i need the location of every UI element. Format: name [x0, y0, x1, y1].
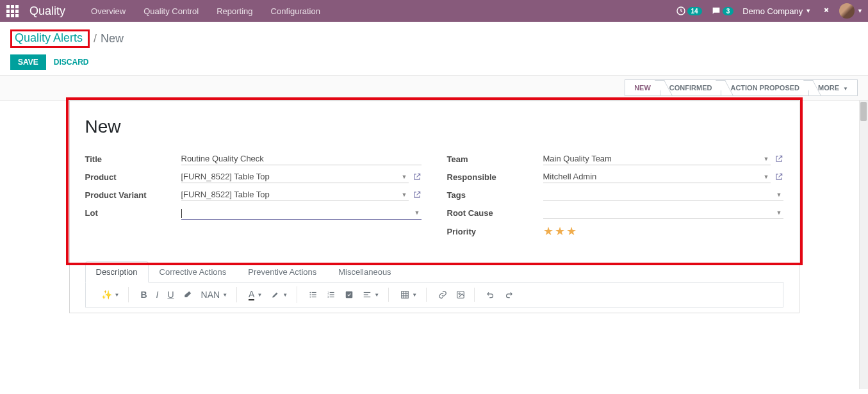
field-root-cause[interactable]: ▼ [543, 206, 783, 219]
chevron-down-icon[interactable]: ▼ [764, 174, 769, 180]
svg-rect-6 [312, 297, 316, 297]
form-header: Quality Alerts / New SAVE DISCARD [0, 22, 868, 76]
svg-rect-15 [364, 294, 368, 295]
apps-icon[interactable] [5, 4, 19, 18]
underline-icon[interactable]: U [163, 287, 177, 302]
editor-toolbar: ✨▼ B I U NAN▼ A▼ ▼ 123 ▼ [85, 283, 783, 308]
highlight-icon[interactable]: ▼ [267, 288, 291, 302]
scrollbar-thumb[interactable] [860, 102, 867, 121]
form-col-left: Title Routine Quality Check Product [FUR… [85, 152, 422, 243]
tab-misc[interactable]: Miscellaneous [327, 261, 402, 282]
external-link-icon[interactable] [774, 154, 783, 163]
chevron-down-icon: ▼ [843, 86, 848, 92]
breadcrumb: Quality Alerts / New [10, 29, 858, 48]
label-responsible: Responsible [447, 172, 543, 182]
italic-icon[interactable]: I [152, 287, 163, 302]
chevron-down-icon[interactable]: ▼ [414, 209, 420, 216]
undo-icon[interactable] [482, 288, 499, 302]
tab-preventive[interactable]: Preventive Actions [237, 261, 327, 282]
row-root-cause: Root Cause ▼ [447, 206, 783, 219]
align-icon[interactable]: ▼ [359, 288, 383, 302]
svg-rect-8 [330, 294, 334, 295]
company-switcher[interactable]: Demo Company ▼ [742, 6, 811, 16]
activity-indicator[interactable]: 14 [676, 6, 702, 16]
status-new[interactable]: NEW [625, 79, 660, 96]
nav-configuration[interactable]: Configuration [263, 3, 328, 20]
status-action-proposed[interactable]: ACTION PROPOSED [721, 79, 809, 96]
save-button[interactable]: SAVE [10, 54, 46, 70]
external-link-icon[interactable] [774, 172, 783, 181]
svg-point-1 [310, 292, 311, 293]
field-tags[interactable]: ▼ [543, 188, 783, 201]
field-team[interactable]: Main Quality Team▼ [543, 152, 771, 165]
row-tags: Tags ▼ [447, 188, 783, 201]
label-priority: Priority [447, 227, 543, 236]
svg-rect-13 [346, 291, 353, 299]
redo-icon[interactable] [500, 288, 517, 302]
nav-links: Overview Quality Control Reporting Confi… [83, 3, 328, 20]
checklist-icon[interactable] [341, 288, 357, 302]
chevron-down-icon[interactable]: ▼ [402, 174, 407, 180]
cursor-caret [181, 209, 182, 218]
eraser-icon[interactable] [179, 288, 196, 302]
messages-badge: 3 [723, 7, 734, 15]
chat-icon [711, 6, 721, 16]
navbar: Quality Overview Quality Control Reporti… [0, 0, 868, 22]
tab-description[interactable]: Description [85, 261, 149, 283]
priority-stars[interactable]: ★ ★ ★ [543, 224, 577, 238]
svg-rect-9 [330, 297, 334, 297]
svg-point-3 [310, 297, 311, 298]
field-lot[interactable]: ▼ [181, 206, 422, 220]
field-responsible[interactable]: Mitchell Admin▼ [543, 170, 771, 183]
breadcrumb-parent[interactable]: Quality Alerts [12, 30, 85, 45]
chevron-down-icon[interactable]: ▼ [776, 192, 782, 198]
status-bar: NEW CONFIRMED ACTION PROPOSED MORE ▼ [0, 76, 868, 101]
star-icon[interactable]: ★ [555, 224, 565, 238]
svg-rect-5 [312, 294, 316, 295]
star-icon[interactable]: ★ [543, 224, 553, 238]
discard-button[interactable]: DISCARD [54, 58, 89, 67]
form-col-right: Team Main Quality Team▼ Responsible Mitc… [447, 152, 783, 243]
tab-corrective[interactable]: Corrective Actions [149, 261, 238, 282]
bold-icon[interactable]: B [136, 287, 151, 302]
list-ul-icon[interactable] [305, 288, 322, 302]
star-icon[interactable]: ★ [566, 224, 577, 238]
external-link-icon[interactable] [413, 172, 422, 181]
label-title: Title [85, 154, 181, 164]
status-more-label: MORE [818, 84, 839, 92]
row-product: Product [FURN_8522] Table Top▼ [85, 170, 422, 183]
scrollbar[interactable] [859, 101, 868, 389]
field-variant[interactable]: [FURN_8522] Table Top▼ [181, 188, 409, 201]
chevron-down-icon[interactable]: ▼ [776, 209, 782, 216]
font-color-icon[interactable]: A▼ [245, 286, 266, 303]
image-icon[interactable] [452, 288, 469, 302]
external-link-icon[interactable] [413, 190, 422, 199]
row-priority: Priority ★ ★ ★ [447, 224, 783, 238]
magic-icon[interactable]: ✨▼ [97, 287, 124, 302]
tabs: Description Corrective Actions Preventiv… [85, 261, 783, 283]
debug-icon[interactable] [820, 6, 830, 16]
sheet-wrap: New Title Routine Quality Check Product … [0, 101, 868, 389]
field-title[interactable]: Routine Quality Check [181, 152, 422, 165]
svg-rect-14 [364, 292, 371, 293]
user-menu[interactable]: ▼ [839, 3, 863, 19]
chevron-down-icon[interactable]: ▼ [764, 156, 769, 162]
list-ol-icon[interactable]: 123 [323, 288, 340, 302]
clock-icon [676, 6, 686, 16]
avatar [839, 3, 855, 19]
form-sheet: New Title Routine Quality Check Product … [69, 101, 799, 313]
chevron-down-icon[interactable]: ▼ [402, 192, 407, 198]
nav-overview[interactable]: Overview [83, 3, 133, 20]
label-root-cause: Root Cause [447, 208, 543, 218]
nav-quality-control[interactable]: Quality Control [136, 3, 206, 20]
font-size-dropdown[interactable]: NAN▼ [197, 287, 231, 302]
svg-rect-7 [330, 292, 334, 293]
field-product[interactable]: [FURN_8522] Table Top▼ [181, 170, 409, 183]
nav-reporting[interactable]: Reporting [209, 3, 260, 20]
link-icon[interactable] [434, 288, 451, 302]
chevron-down-icon: ▼ [805, 8, 811, 14]
nav-right: 14 3 Demo Company ▼ ▼ [676, 3, 863, 19]
label-tags: Tags [447, 190, 543, 200]
messages-indicator[interactable]: 3 [711, 6, 734, 16]
table-icon[interactable]: ▼ [397, 288, 421, 302]
